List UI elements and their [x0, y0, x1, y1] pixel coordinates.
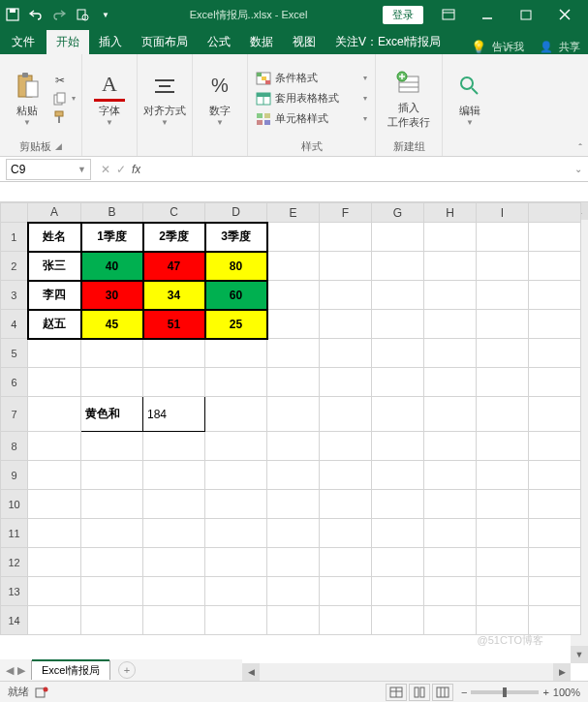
cell[interactable]: 1季度	[81, 223, 143, 252]
cell[interactable]	[424, 461, 477, 490]
cell[interactable]	[477, 310, 529, 339]
cell[interactable]	[372, 519, 424, 548]
number-button[interactable]: % 数字 ▼	[199, 71, 241, 127]
cell[interactable]	[28, 461, 81, 490]
cell[interactable]	[320, 461, 372, 490]
cell[interactable]	[267, 310, 320, 339]
table-format-button[interactable]: 套用表格格式▾	[254, 90, 369, 107]
tab-file[interactable]: 文件	[0, 30, 46, 54]
qat-dropdown-icon[interactable]: ▼	[97, 6, 114, 23]
cell[interactable]	[424, 339, 477, 368]
cell[interactable]: 黄色和	[81, 397, 143, 432]
cell[interactable]: 47	[143, 252, 205, 281]
cell[interactable]	[205, 490, 267, 519]
cut-button[interactable]: ✂	[52, 73, 76, 88]
cell[interactable]	[267, 223, 320, 252]
cell[interactable]	[424, 310, 477, 339]
maximize-icon[interactable]	[507, 1, 545, 28]
login-button[interactable]: 登录	[383, 6, 423, 24]
undo-icon[interactable]	[27, 6, 45, 23]
cell[interactable]	[320, 397, 372, 432]
cell[interactable]	[81, 548, 143, 577]
format-painter-button[interactable]	[52, 109, 76, 125]
row-header[interactable]: 11	[1, 519, 28, 548]
row-header[interactable]: 5	[1, 339, 28, 368]
editing-button[interactable]: 编辑 ▼	[449, 71, 491, 127]
row-header[interactable]: 8	[1, 432, 28, 461]
tab-home[interactable]: 开始	[46, 30, 89, 54]
scroll-left-icon[interactable]: ◀	[242, 663, 260, 681]
formula-input[interactable]	[140, 159, 574, 180]
sheet-nav-next-icon[interactable]: ▶	[17, 664, 25, 677]
cell[interactable]	[205, 548, 267, 577]
row-header[interactable]: 14	[1, 606, 28, 635]
conditional-format-button[interactable]: 条件格式▾	[254, 70, 369, 87]
tab-data[interactable]: 数据	[240, 30, 283, 54]
cell[interactable]	[143, 461, 205, 490]
cell[interactable]	[477, 461, 529, 490]
cell[interactable]	[143, 339, 205, 368]
col-header[interactable]: B	[81, 203, 143, 223]
cell[interactable]	[81, 606, 143, 635]
cell[interactable]	[205, 397, 267, 432]
cell[interactable]: 51	[143, 310, 205, 339]
cell[interactable]	[28, 519, 81, 548]
cell[interactable]	[372, 223, 424, 252]
cell[interactable]	[529, 368, 581, 397]
cell[interactable]	[424, 490, 477, 519]
cell[interactable]	[320, 432, 372, 461]
view-normal-icon[interactable]	[386, 684, 407, 701]
cell[interactable]	[267, 432, 320, 461]
zoom-slider[interactable]	[471, 690, 539, 694]
cell[interactable]	[267, 368, 320, 397]
row-header[interactable]: 4	[1, 310, 28, 339]
save-icon[interactable]	[4, 6, 21, 23]
cell[interactable]	[529, 397, 581, 432]
cell[interactable]	[372, 281, 424, 310]
cell[interactable]	[28, 548, 81, 577]
zoom-in-icon[interactable]: +	[542, 687, 548, 698]
cell[interactable]	[143, 490, 205, 519]
cell[interactable]	[477, 548, 529, 577]
cell[interactable]	[267, 606, 320, 635]
ribbon-display-icon[interactable]	[429, 1, 468, 28]
cell[interactable]	[424, 368, 477, 397]
cell[interactable]	[477, 432, 529, 461]
enter-formula-icon[interactable]: ✓	[116, 163, 126, 176]
cell[interactable]: 184	[143, 397, 205, 432]
cell[interactable]	[81, 368, 143, 397]
cell[interactable]	[81, 461, 143, 490]
cell[interactable]	[529, 606, 581, 635]
tab-follow[interactable]: 关注V：Excel情报局	[325, 30, 450, 54]
cell[interactable]	[372, 577, 424, 606]
view-page-layout-icon[interactable]	[409, 684, 430, 701]
cell[interactable]: 45	[81, 310, 143, 339]
cell[interactable]	[205, 519, 267, 548]
cell[interactable]	[529, 461, 581, 490]
cell[interactable]: 李四	[28, 281, 81, 310]
cell[interactable]	[143, 548, 205, 577]
cell[interactable]	[477, 606, 529, 635]
cell[interactable]	[28, 397, 81, 432]
view-page-break-icon[interactable]	[432, 684, 453, 701]
col-header[interactable]	[529, 203, 581, 223]
col-header[interactable]: G	[372, 203, 424, 223]
sheet-nav-prev-icon[interactable]: ◀	[6, 664, 14, 677]
row-header[interactable]: 9	[1, 461, 28, 490]
cell[interactable]	[424, 223, 477, 252]
share-label[interactable]: 共享	[559, 40, 580, 54]
cell[interactable]	[320, 281, 372, 310]
cell[interactable]	[529, 432, 581, 461]
cell[interactable]	[529, 490, 581, 519]
cell[interactable]	[205, 432, 267, 461]
row-header[interactable]: 3	[1, 281, 28, 310]
share-icon[interactable]: 👤	[540, 41, 553, 53]
cell[interactable]	[143, 519, 205, 548]
cell[interactable]	[81, 339, 143, 368]
cell[interactable]	[320, 339, 372, 368]
alignment-button[interactable]: 对齐方式 ▼	[143, 71, 186, 127]
cell[interactable]	[320, 519, 372, 548]
col-header[interactable]: E	[267, 203, 320, 223]
cell[interactable]: 2季度	[143, 223, 205, 252]
cell[interactable]	[28, 368, 81, 397]
